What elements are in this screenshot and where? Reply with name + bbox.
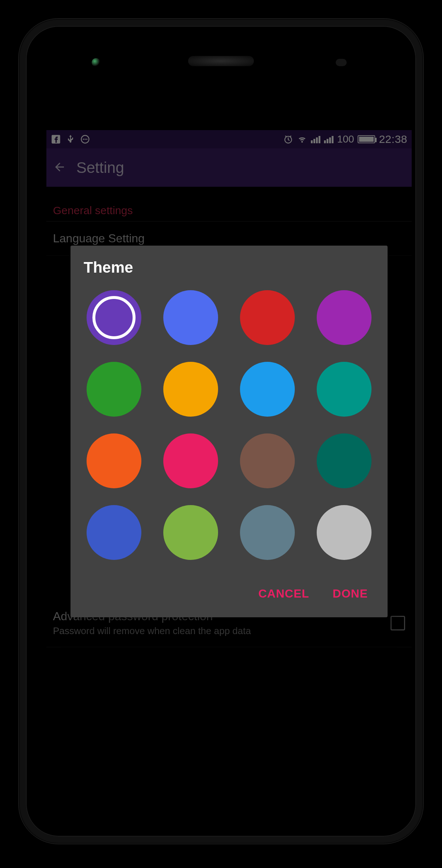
theme-swatch-pink[interactable]: [163, 433, 218, 488]
theme-swatch-indigo[interactable]: [163, 290, 218, 345]
theme-swatch-light-green[interactable]: [163, 505, 218, 560]
device-bezel: 100 22:38 Setting General settings Langu…: [26, 26, 416, 837]
proximity-sensor: [336, 59, 347, 66]
theme-swatch-red[interactable]: [240, 290, 295, 345]
theme-swatch-grey[interactable]: [317, 505, 371, 560]
cancel-button[interactable]: CANCEL: [255, 582, 313, 606]
dialog-actions: CANCEL DONE: [84, 575, 374, 611]
theme-swatch-deep-orange[interactable]: [87, 433, 141, 488]
theme-swatch-brown[interactable]: [240, 433, 295, 488]
theme-swatch-blue-grey[interactable]: [240, 505, 295, 560]
theme-dialog: Theme CANCEL DONE: [71, 246, 388, 617]
theme-swatch-light-blue[interactable]: [240, 362, 295, 417]
device-frame: 100 22:38 Setting General settings Langu…: [18, 18, 424, 844]
theme-swatch-teal-dark[interactable]: [317, 433, 371, 488]
theme-swatch-blue[interactable]: [87, 505, 141, 560]
front-camera: [92, 58, 100, 67]
theme-swatch-teal[interactable]: [317, 362, 371, 417]
earpiece: [188, 56, 254, 66]
theme-swatch-purple[interactable]: [317, 290, 371, 345]
theme-swatch-green[interactable]: [87, 362, 141, 417]
dialog-title: Theme: [84, 259, 374, 276]
screen: 100 22:38 Setting General settings Langu…: [46, 130, 412, 773]
theme-swatch-amber[interactable]: [163, 362, 218, 417]
theme-swatch-deep-purple[interactable]: [87, 290, 141, 345]
theme-swatch-grid: [84, 287, 374, 575]
done-button[interactable]: DONE: [329, 582, 371, 606]
